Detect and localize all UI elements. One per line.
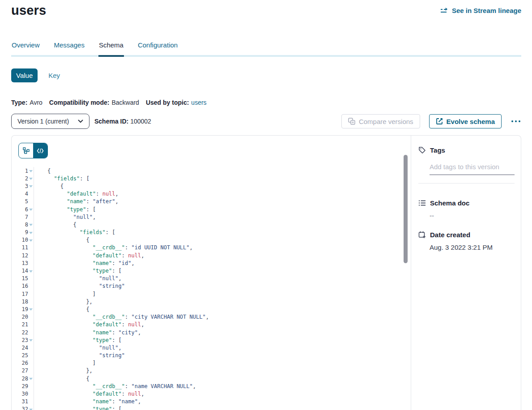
- version-select[interactable]: Version 1 (current): [11, 114, 89, 129]
- code-line: 14"type": [: [12, 267, 411, 274]
- add-tags-input[interactable]: [430, 163, 515, 175]
- fold-arrow-icon[interactable]: [29, 378, 33, 380]
- code-text: "default": null,: [34, 321, 144, 328]
- line-number: 1: [12, 168, 28, 174]
- fold-arrow-icon[interactable]: [29, 308, 33, 311]
- schema-meta-row: Type: Avro Compatibility mode: Backward …: [11, 99, 207, 106]
- code-line: 25"string": [12, 352, 411, 359]
- fold-arrow-icon[interactable]: [29, 270, 33, 273]
- gutter-fold-zone: [28, 167, 34, 175]
- gutter-fold-zone: [28, 275, 34, 282]
- fold-arrow-icon[interactable]: [29, 239, 33, 242]
- tab-overview[interactable]: Overview: [11, 39, 40, 57]
- tab-messages[interactable]: Messages: [54, 39, 85, 57]
- code-line: 7"null",: [12, 213, 411, 221]
- line-number: 32: [12, 406, 28, 410]
- code-text: },: [34, 367, 93, 374]
- tab-configuration[interactable]: Configuration: [137, 39, 178, 57]
- tab-schema[interactable]: Schema: [98, 39, 124, 57]
- tree-view-button[interactable]: [19, 143, 33, 158]
- compare-versions-icon: [348, 118, 355, 125]
- code-text: ]: [34, 360, 96, 366]
- schema-id-value: 100002: [130, 118, 151, 125]
- code-line: 32"type": [: [12, 406, 411, 410]
- code-text: "name": "name",: [34, 398, 141, 405]
- code-line: 22"name": "city",: [12, 329, 411, 336]
- see-in-stream-lineage-link[interactable]: See in Stream lineage: [440, 7, 521, 14]
- code-line: 19{: [12, 305, 411, 313]
- line-number: 28: [12, 376, 28, 382]
- line-number: 21: [12, 321, 28, 328]
- used-by-topic-label: Used by topic:: [146, 99, 189, 106]
- code-text: "null",: [34, 345, 122, 351]
- fold-arrow-icon[interactable]: [29, 339, 33, 342]
- code-line: 8{: [12, 221, 411, 228]
- fold-arrow-icon[interactable]: [29, 232, 33, 234]
- value-toggle-button[interactable]: Value: [11, 68, 38, 82]
- code-line: 28{: [12, 375, 411, 382]
- code-text: "string": [34, 283, 125, 289]
- key-toggle-link[interactable]: Key: [48, 72, 60, 79]
- chevron-down-icon: [78, 120, 83, 123]
- schema-part-toggle: Value Key: [11, 68, 60, 82]
- gutter-fold-zone: [28, 382, 34, 390]
- gutter-fold-zone: [28, 390, 34, 397]
- gutter-fold-zone: [28, 352, 34, 359]
- code-line: 27},: [12, 367, 411, 375]
- code-text: {: [34, 183, 64, 189]
- vertical-scrollbar[interactable]: [404, 155, 408, 263]
- code-text: {: [34, 168, 51, 174]
- fold-arrow-icon[interactable]: [29, 209, 33, 211]
- gutter-fold-zone: [28, 175, 34, 182]
- code-text: "__crdb__": "name VARCHAR NULL",: [34, 383, 196, 389]
- used-by-topic-link[interactable]: users: [191, 99, 206, 106]
- code-line: 6"type": [: [12, 205, 411, 213]
- line-number: 27: [12, 367, 28, 374]
- code-line: 17]: [12, 290, 411, 298]
- line-number: 13: [12, 260, 28, 266]
- line-number: 4: [12, 191, 28, 197]
- see-in-stream-lineage-label: See in Stream lineage: [452, 7, 521, 14]
- gutter-fold-zone: [28, 244, 34, 252]
- schema-code-editor: 1{2"fields": [3{4"default": null,5"name"…: [12, 167, 411, 410]
- code-text: "__crdb__": "city VARCHAR NOT NULL",: [34, 314, 209, 320]
- schema-panel: 1{2"fields": [3{4"default": null,5"name"…: [11, 135, 521, 410]
- line-number: 5: [12, 198, 28, 205]
- gutter-fold-zone: [28, 252, 34, 259]
- fold-arrow-icon[interactable]: [29, 185, 33, 188]
- line-number: 6: [12, 206, 28, 213]
- line-number: 23: [12, 337, 28, 343]
- gutter-fold-zone: [28, 329, 34, 336]
- code-view-button[interactable]: [33, 143, 47, 158]
- gutter-fold-zone: [28, 359, 34, 367]
- code-text: "name": "id",: [34, 260, 135, 266]
- code-text: "__crdb__": "id UUID NOT NULL",: [34, 244, 193, 251]
- more-actions-button[interactable]: [511, 119, 521, 124]
- code-line: 31"name": "name",: [12, 398, 411, 406]
- fold-arrow-icon[interactable]: [29, 170, 33, 172]
- code-line: 9"fields": [: [12, 229, 411, 236]
- code-line: 4"default": null,: [12, 190, 411, 198]
- gutter-fold-zone: [28, 305, 34, 313]
- line-number: 12: [12, 252, 28, 259]
- code-line: 10{: [12, 236, 411, 244]
- compatibility-mode-label: Compatibility mode:: [49, 99, 110, 106]
- code-text: "name": "city",: [34, 329, 141, 336]
- code-text: "type": [: [34, 268, 122, 274]
- code-line: 3{: [12, 182, 411, 190]
- calendar-plus-icon: [418, 231, 426, 239]
- compare-versions-label: Compare versions: [359, 118, 413, 125]
- code-line: 26]: [12, 359, 411, 367]
- evolve-schema-label: Evolve schema: [447, 118, 495, 125]
- line-number: 25: [12, 352, 28, 359]
- line-number: 18: [12, 299, 28, 305]
- line-number: 15: [12, 275, 28, 282]
- line-number: 31: [12, 398, 28, 405]
- evolve-schema-button[interactable]: Evolve schema: [429, 114, 502, 128]
- fold-arrow-icon[interactable]: [29, 178, 33, 180]
- compare-versions-button[interactable]: Compare versions: [341, 114, 420, 128]
- line-number: 3: [12, 183, 28, 189]
- fold-arrow-icon[interactable]: [29, 224, 33, 226]
- gutter-fold-zone: [28, 282, 34, 290]
- version-select-value: Version 1 (current): [17, 118, 69, 125]
